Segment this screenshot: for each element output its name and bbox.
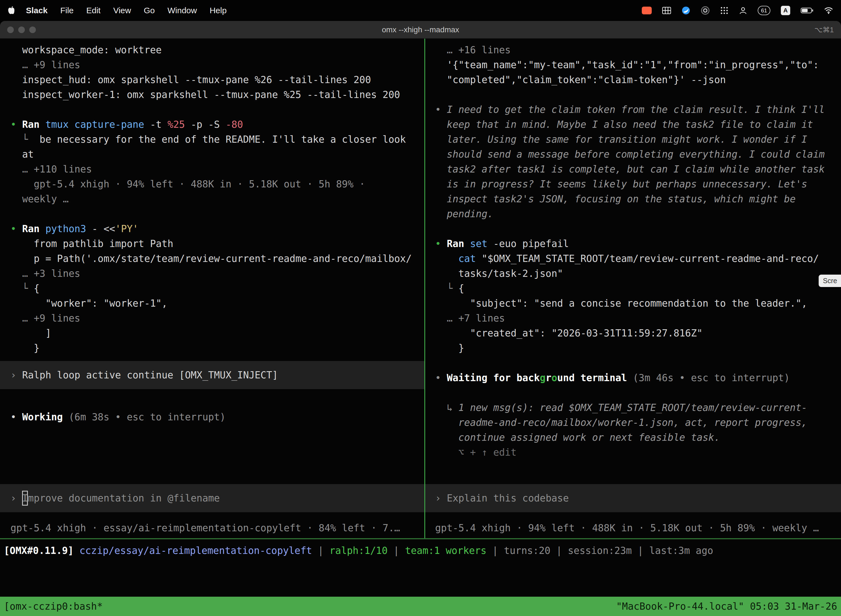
- text-run: inspect_worker-1: omx sparkshell --tmux-…: [10, 89, 400, 100]
- terminal-line: [435, 221, 837, 236]
- text-run: Working: [22, 412, 69, 422]
- text-run: tasks/task-2.json": [435, 268, 563, 279]
- terminal-line: keep that in mind. Maybe I also need the…: [435, 117, 837, 132]
- text-run: set: [470, 238, 493, 249]
- prompt-band[interactable]: › Improve documentation in @filename: [0, 484, 424, 512]
- terminal-line: "created_at": "2026-03-31T11:59:27.816Z": [435, 326, 837, 340]
- terminal-line: "subject": "send a concise recommendatio…: [435, 296, 837, 311]
- text-run: %25: [167, 119, 190, 130]
- menu-item-go[interactable]: Go: [144, 6, 155, 15]
- omx-session-stats: turns:20 | session:23m | last:3m ago: [504, 545, 713, 556]
- terminal-line: └ be necessary for the end of the README…: [10, 132, 420, 147]
- terminal-line: [10, 395, 420, 409]
- text-run: -p -S: [190, 119, 226, 130]
- text-run: Ran: [22, 223, 45, 234]
- omx-team-workers: team:1 workers: [405, 545, 486, 556]
- text-run: is in progress? It seems likely but perh…: [435, 179, 807, 189]
- terminal-block: • Ran set -euo pipefail cat "$OMX_TEAM_S…: [435, 236, 837, 370]
- input-source-icon[interactable]: A: [781, 6, 790, 15]
- right-pane[interactable]: … +16 lines '{"team_name":"my-team","tas…: [425, 39, 841, 538]
- right-pane-content: … +16 lines '{"team_name":"my-team","tas…: [435, 43, 837, 518]
- prompt-band[interactable]: › Explain this codebase: [425, 484, 841, 512]
- screenshot-popup[interactable]: Scre: [819, 274, 841, 287]
- battery-percent-badge[interactable]: 61: [757, 6, 771, 15]
- window-shortcut-badge: ⌥⌘1: [815, 21, 834, 39]
- blue-app-icon[interactable]: [681, 6, 690, 15]
- menu-item-window[interactable]: Window: [167, 6, 197, 15]
- terminal-line: "worker": "worker-1",: [10, 296, 420, 311]
- window-controls: [7, 21, 36, 39]
- menu-item-help[interactable]: Help: [210, 6, 227, 15]
- text-run: … +9 lines: [10, 313, 80, 324]
- text-run: I need to get the claim token from the c…: [447, 104, 825, 115]
- terminal-window: workspace_mode: worktree … +9 lines insp…: [0, 39, 841, 616]
- text-run: r: [545, 372, 551, 383]
- text-run: … +110 lines: [10, 164, 92, 175]
- left-pane[interactable]: workspace_mode: worktree … +9 lines insp…: [0, 39, 425, 538]
- terminal-line: └ {: [10, 281, 420, 296]
- menu-bar: Slack File Edit View Go Window Help: [0, 0, 841, 21]
- terminal-line: • Ran tmux capture-pane -t %25 -p -S -80: [10, 117, 420, 132]
- text-run: keep that in mind. Maybe I also need the…: [435, 119, 813, 130]
- terminal-line: continue assigned work or next feasible …: [435, 430, 837, 445]
- terminal-line: › Explain this codebase: [435, 491, 837, 506]
- text-run: und terminal: [557, 372, 633, 383]
- terminal-line: inspect_hud: omx sparkshell --tmux-pane …: [10, 72, 420, 87]
- text-run: └: [10, 134, 40, 145]
- grid-app-icon[interactable]: [662, 7, 671, 14]
- text-run: cat: [435, 253, 482, 264]
- terminal-line: ]: [10, 326, 420, 340]
- zoom-window-icon[interactable]: [29, 26, 36, 33]
- terminal-line: • Ran set -euo pipefail: [435, 236, 837, 251]
- text-run: •: [435, 104, 447, 115]
- battery-icon[interactable]: [801, 7, 813, 14]
- text-run: -euo pipefail: [493, 238, 569, 249]
- profile-icon[interactable]: [739, 6, 747, 15]
- separator: |: [388, 545, 405, 556]
- terminal-block: • Working (6m 38s • esc to interrupt): [10, 395, 420, 424]
- terminal-block: • Ran tmux capture-pane -t %25 -p -S -80…: [10, 117, 420, 221]
- dark-app-icon[interactable]: [701, 6, 710, 15]
- terminal-line: cat "$OMX_TEAM_STATE_ROOT/team/review-cu…: [435, 251, 837, 266]
- text-run: •: [10, 223, 22, 234]
- text-run: task2 after task1 is complete, but can I…: [435, 164, 825, 175]
- minimize-window-icon[interactable]: [18, 26, 25, 33]
- terminal-line: [435, 385, 837, 400]
- text-run: I: [22, 491, 28, 506]
- terminal-block: • Ran python3 - <<'PY' from pathlib impo…: [10, 221, 420, 355]
- close-window-icon[interactable]: [7, 26, 14, 33]
- separator: |: [486, 545, 504, 556]
- menu-item-view[interactable]: View: [113, 6, 131, 15]
- prompt-band[interactable]: › Ralph loop active continue [OMX_TMUX_I…: [0, 361, 424, 389]
- tmux-status-bar[interactable]: [omx-cczip0:bash* "MacBook-Pro-44.local"…: [0, 597, 841, 616]
- wifi-icon[interactable]: [824, 7, 833, 14]
- terminal-line: [435, 355, 837, 370]
- apple-logo-icon[interactable]: [8, 6, 15, 15]
- text-run: later. Using the same for transition mig…: [435, 134, 807, 145]
- text-run: •: [10, 119, 22, 130]
- terminal-line: from pathlib import Path: [10, 236, 420, 251]
- menu-app-name[interactable]: Slack: [26, 6, 47, 15]
- omx-ralph-counter: ralph:1/10: [330, 545, 388, 556]
- text-run: … +3 lines: [10, 268, 80, 279]
- terminal-line: … +110 lines: [10, 162, 420, 177]
- tmux-session-label: [omx-cczip0:bash*: [4, 599, 103, 614]
- screen-recording-indicator-icon[interactable]: [642, 7, 652, 14]
- text-run: └: [435, 283, 458, 294]
- text-run: gpt-5.4 xhigh · 94% left · 488K in · 5.1…: [10, 179, 365, 189]
- text-run: "subject": "send a concise recommendatio…: [435, 298, 807, 309]
- text-run: └: [10, 283, 34, 294]
- dots-grid-icon[interactable]: [720, 6, 728, 15]
- terminal-line: inspect_worker-1: omx sparkshell --tmux-…: [10, 87, 420, 102]
- text-run: 1 new msg(s): read $OMX_TEAM_STATE_ROOT/…: [458, 402, 807, 413]
- menu-item-file[interactable]: File: [60, 6, 73, 15]
- terminal-line: }: [435, 340, 837, 355]
- text-run: Waiting for back: [447, 372, 540, 383]
- text-run: '{"team_name":"my-team","task_id":"1","f…: [435, 59, 819, 70]
- terminal-line: readme-and-reco/mailbox/worker-1.json, a…: [435, 415, 837, 430]
- terminal-line: • I need to get the claim token from the…: [435, 102, 837, 117]
- terminal-block: • I need to get the claim token from the…: [435, 102, 837, 236]
- menu-item-edit[interactable]: Edit: [86, 6, 101, 15]
- terminal-block: workspace_mode: worktree … +9 lines insp…: [10, 43, 420, 117]
- terminal-line: gpt-5.4 xhigh · 94% left · 488K in · 5.1…: [10, 177, 420, 192]
